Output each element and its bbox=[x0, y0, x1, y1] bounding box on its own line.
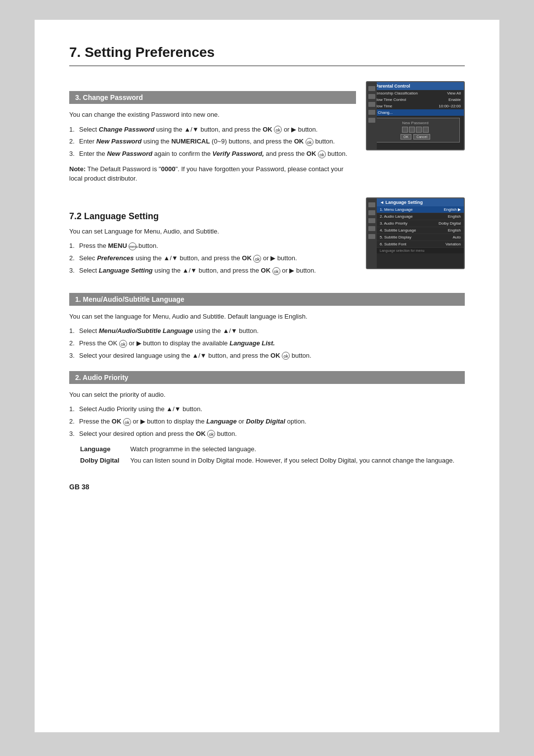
page-title: 7. Setting Preferences bbox=[69, 45, 465, 66]
ok-icon-lang-3: ok bbox=[272, 267, 280, 275]
lang-step-2: Selec Preferences using the ▲/▼ button, … bbox=[69, 253, 356, 264]
tv-ok-button: OK bbox=[400, 134, 411, 140]
tv-lang-menu-title: ◄ Language Setting bbox=[377, 198, 464, 206]
language-setting-intro: You can set Language for Menu, Audio, an… bbox=[69, 227, 356, 236]
tv-menu-content: ◄ Parental Control ● Censorship Classifi… bbox=[367, 82, 464, 149]
tv-lang-icon-5 bbox=[368, 234, 375, 239]
tv-left-icons bbox=[367, 82, 377, 149]
digit-4 bbox=[423, 127, 429, 133]
menu-audio-subtitle-header: 1. Menu/Audio/Subtitle Language bbox=[69, 293, 465, 306]
option-dolby-label: Dolby Digital bbox=[80, 457, 129, 467]
tv-menu-title: ◄ Parental Control bbox=[367, 82, 464, 90]
menu-icon: menu bbox=[129, 242, 136, 250]
ap-step-3: Select your desired option and press the… bbox=[69, 429, 465, 439]
tv-lang-icon-1 bbox=[368, 202, 375, 207]
tv-lang-row-3: 3. Audio PriorityDolby Digital bbox=[377, 220, 464, 227]
tv-lang-row-4: 4. Subtitle LanguageEnglish bbox=[377, 227, 464, 234]
step-2: Enter New Password using the NUMERICAL (… bbox=[69, 137, 356, 147]
step-1: Select Change Password using the ▲/▼ but… bbox=[69, 125, 356, 135]
footer-text: GB 38 bbox=[69, 483, 465, 491]
page-container: 7. Setting Preferences 3. Change Passwor… bbox=[35, 20, 499, 732]
change-password-note: Note: The Default Password is "0000". If… bbox=[69, 164, 356, 184]
lang-step-1: Press the MENU menu button. bbox=[69, 241, 356, 251]
tv-screen-parental: ◄ Parental Control ● Censorship Classifi… bbox=[366, 81, 465, 150]
menu-audio-subtitle-section: 1. Menu/Audio/Subtitle Language You can … bbox=[69, 293, 465, 361]
digit-1 bbox=[402, 127, 408, 133]
ap-step-1: Select Audio Priority using the ▲/▼ butt… bbox=[69, 404, 465, 415]
mas-step-1: Select Menu/Audio/Subtitle Language usin… bbox=[69, 326, 465, 336]
tv-lang-row-1: 1. Menu LanguageEnglish ▶ bbox=[377, 206, 464, 213]
tv-icon-1 bbox=[368, 86, 375, 91]
tv-screen-language: ◄ Language Setting 1. Menu LanguageEngli… bbox=[366, 197, 465, 269]
tv-dialog-buttons: OK Cancel bbox=[374, 134, 457, 140]
change-password-header: 3. Change Password bbox=[69, 91, 356, 104]
change-password-section: 3. Change Password You can change the ex… bbox=[69, 81, 465, 184]
language-setting-title: 7.2 Language Setting bbox=[69, 211, 356, 222]
ok-icon-ap-2: ok bbox=[123, 418, 131, 426]
tv-lang-icon-2 bbox=[368, 210, 375, 215]
digit-2 bbox=[409, 127, 415, 133]
tv-icon-3 bbox=[368, 102, 375, 107]
ap-step-2: Presse the OK ok or ▶ button to display … bbox=[69, 417, 465, 427]
change-password-content: 3. Change Password You can change the ex… bbox=[69, 81, 356, 184]
tv-new-password-dialog: New Password OK Cancel bbox=[371, 118, 460, 142]
option-language-label: Language bbox=[80, 445, 129, 456]
tv-lang-icon-3 bbox=[368, 218, 375, 223]
language-setting-screenshot: ◄ Language Setting 1. Menu LanguageEngli… bbox=[366, 197, 465, 269]
tv-row-4: ● 4. Chang... bbox=[367, 109, 464, 116]
tv-lang-row-6: 6. Subtitle FontVariation bbox=[377, 241, 464, 248]
lang-step-3: Select Language Setting using the ▲/▼ bu… bbox=[69, 266, 356, 276]
step-3: Enter the New Password again to confirm … bbox=[69, 149, 356, 159]
change-password-steps: Select Change Password using the ▲/▼ but… bbox=[69, 125, 356, 159]
tv-lang-icon-4 bbox=[368, 226, 375, 231]
audio-priority-intro: You can selct the priority of audio. bbox=[69, 390, 465, 400]
ok-icon-3: ok bbox=[318, 150, 326, 158]
ok-icon-1: ok bbox=[274, 126, 282, 134]
ok-icon-mas-3: ok bbox=[282, 352, 290, 360]
tv-icon-4 bbox=[368, 110, 375, 115]
audio-priority-header: 2. Audio Priority bbox=[69, 371, 465, 384]
tv-icon-2 bbox=[368, 94, 375, 99]
tv-lang-row-5: 5. Subtitle DisplayAuto bbox=[377, 234, 464, 241]
option-language-row: Language Watch programme in the selected… bbox=[80, 445, 454, 456]
tv-row-2: ● Allow Time ControlEnable bbox=[367, 96, 464, 103]
menu-audio-subtitle-steps: Select Menu/Audio/Subtitle Language usin… bbox=[69, 326, 465, 361]
tv-lang-left-icons bbox=[367, 198, 377, 268]
audio-priority-steps: Select Audio Priority using the ▲/▼ butt… bbox=[69, 404, 465, 439]
menu-audio-subtitle-intro: You can set the language for Menu, Audio… bbox=[69, 312, 465, 322]
ok-icon-mas-2: ok bbox=[119, 340, 127, 348]
tv-row-1: ● Censorship ClassificationView All bbox=[367, 90, 464, 96]
tv-row-3: ● Allow Time10:00~22:00 bbox=[367, 103, 464, 109]
tv-lang-footer: Language selection for menu bbox=[377, 248, 464, 253]
ok-icon-2: ok bbox=[306, 138, 313, 146]
option-dolby-row: Dolby Digital You can listen sound in Do… bbox=[80, 457, 454, 467]
mas-step-2: Press the OK ok or ▶ button to display t… bbox=[69, 338, 465, 349]
audio-priority-section: 2. Audio Priority You can selct the prio… bbox=[69, 371, 465, 468]
language-setting-steps: Press the MENU menu button. Selec Prefer… bbox=[69, 241, 356, 276]
digit-3 bbox=[416, 127, 422, 133]
option-language-desc: Watch programme in the selected language… bbox=[130, 445, 454, 456]
tv-lang-menu: ◄ Language Setting 1. Menu LanguageEngli… bbox=[377, 198, 464, 268]
change-password-intro: You can change the existing Password int… bbox=[69, 110, 356, 120]
ok-icon-lang-2: ok bbox=[253, 255, 261, 263]
ok-icon-ap-3: ok bbox=[207, 430, 215, 438]
audio-options-table: Language Watch programme in the selected… bbox=[79, 444, 455, 468]
option-dolby-desc: You can listen sound in Dolby Digital mo… bbox=[130, 457, 454, 467]
mas-step-3: Select your desired language using the ▲… bbox=[69, 351, 465, 361]
tv-password-input bbox=[374, 127, 457, 133]
language-setting-section: 7.2 Language Setting You can set Languag… bbox=[69, 197, 465, 281]
tv-icon-5 bbox=[368, 118, 375, 123]
tv-lang-row-2: 2. Audio LanguageEnglish bbox=[377, 213, 464, 220]
language-setting-content: 7.2 Language Setting You can set Languag… bbox=[69, 197, 356, 281]
parental-control-screenshot: ◄ Parental Control ● Censorship Classifi… bbox=[366, 81, 465, 150]
tv-cancel-button: Cancel bbox=[413, 134, 430, 140]
